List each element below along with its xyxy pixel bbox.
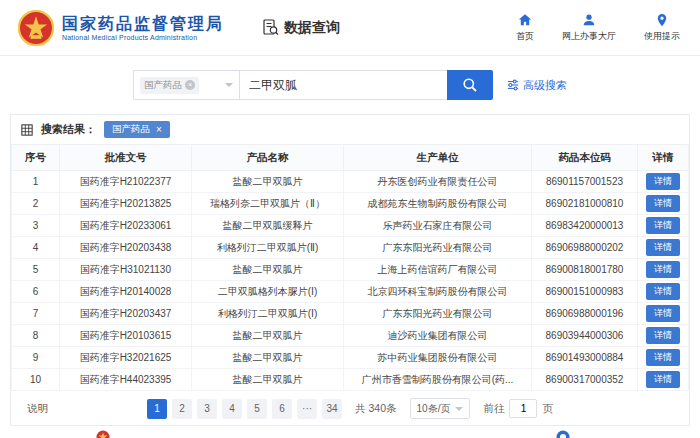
page-button-6[interactable]: 6	[272, 399, 292, 419]
search-bar: 国产药品 × 高级搜索	[133, 70, 567, 100]
cell-code: 86902181000810	[532, 193, 638, 215]
cell-product: 利格列汀二甲双胍片(Ⅰ)	[192, 303, 344, 325]
cell-index: 2	[12, 193, 60, 215]
category-tag-close-icon[interactable]: ×	[185, 80, 195, 90]
nav-tips[interactable]: 使用提示	[644, 13, 680, 43]
cell-index: 8	[12, 325, 60, 347]
footer-badge-partial-icon	[556, 430, 570, 438]
table-row: 6 国药准字H20140028 二甲双胍格列本脲片(Ⅰ) 北京四环科宝制药股份有…	[12, 281, 689, 303]
page-size-select[interactable]: 10条/页	[410, 398, 471, 419]
category-tag[interactable]: 国产药品 ×	[140, 77, 199, 94]
data-query-icon	[262, 19, 279, 36]
national-emblem-icon	[18, 10, 54, 46]
search-section: 国产药品 × 高级搜索	[0, 56, 700, 114]
cell-approval: 国药准字H20203438	[60, 237, 192, 259]
search-icon	[462, 77, 478, 93]
search-input[interactable]	[239, 70, 447, 100]
site-header: 国家药品监督管理局 National Medical Products Admi…	[0, 0, 700, 56]
results-section: 搜索结果： 国产药品 × 序号 批准文号 产品名称 生产单位 药品本位码 详情 …	[10, 114, 690, 426]
cell-code: 86906988000202	[532, 237, 638, 259]
detail-button[interactable]: 详情	[646, 261, 680, 278]
cell-product: 盐酸二甲双胍片	[192, 259, 344, 281]
app-title: 数据查询	[262, 19, 340, 37]
cell-approval: 国药准字H32021625	[60, 347, 192, 369]
nav-service-hall[interactable]: 网上办事大厅	[562, 13, 616, 43]
detail-button[interactable]: 详情	[646, 173, 680, 190]
page-button-2[interactable]: 2	[172, 399, 192, 419]
cell-product: 盐酸二甲双胍片	[192, 369, 344, 391]
note-link[interactable]: 说明	[27, 402, 48, 416]
pin-icon	[655, 13, 669, 27]
cell-index: 7	[12, 303, 60, 325]
cell-code: 86900151000983	[532, 281, 638, 303]
page-ellipsis-button[interactable]: ···	[297, 399, 317, 419]
cell-manufacturer: 乐声药业石家庄有限公司	[344, 215, 532, 237]
footer-emblem-partial-icon	[96, 430, 110, 438]
table-row: 10 国药准字H44023395 盐酸二甲双胍片 广州市香雪制药股份有限公司(药…	[12, 369, 689, 391]
cell-code: 86901157001523	[532, 171, 638, 193]
cell-manufacturer: 丹东医创药业有限责任公司	[344, 171, 532, 193]
detail-button[interactable]: 详情	[646, 217, 680, 234]
page-button-1[interactable]: 1	[147, 399, 167, 419]
goto-suffix-label: 页	[542, 402, 553, 416]
cell-index: 4	[12, 237, 60, 259]
table-row: 5 国药准字H31021130 盐酸二甲双胍片 上海上药信谊药厂有限公司 869…	[12, 259, 689, 281]
cell-manufacturer: 广东东阳光药业有限公司	[344, 303, 532, 325]
filter-tag[interactable]: 国产药品 ×	[104, 121, 170, 138]
pager: 1 2 3 4 5 6 ··· 34 共 340条 10条/页 前往 页	[147, 398, 553, 419]
cell-code: 86900818001780	[532, 259, 638, 281]
cell-code: 86901493000884	[532, 347, 638, 369]
top-nav: 首页 网上办事大厅 使用提示	[516, 13, 680, 43]
filter-tag-label: 国产药品	[112, 123, 150, 136]
detail-button[interactable]: 详情	[646, 283, 680, 300]
col-manufacturer: 生产单位	[344, 145, 532, 171]
filter-tag-close-icon[interactable]: ×	[156, 124, 162, 135]
cell-product: 盐酸二甲双胍片	[192, 347, 344, 369]
cell-product: 瑞格列奈二甲双胍片（Ⅱ）	[192, 193, 344, 215]
cell-approval: 国药准字H20213825	[60, 193, 192, 215]
page-size-value: 10条/页	[417, 402, 451, 416]
page-button-5[interactable]: 5	[247, 399, 267, 419]
app-title-label: 数据查询	[284, 19, 340, 37]
detail-button[interactable]: 详情	[646, 327, 680, 344]
advanced-search-link[interactable]: 高级搜索	[507, 78, 567, 93]
nav-home[interactable]: 首页	[516, 13, 534, 43]
table-row: 8 国药准字H20103615 盐酸二甲双胍片 迪沙药业集团有限公司 86903…	[12, 325, 689, 347]
cell-approval: 国药准字H20203437	[60, 303, 192, 325]
detail-button[interactable]: 详情	[646, 349, 680, 366]
cell-manufacturer: 迪沙药业集团有限公司	[344, 325, 532, 347]
cell-approval: 国药准字H31021130	[60, 259, 192, 281]
page-button-34[interactable]: 34	[322, 399, 342, 419]
brand-logo[interactable]: 国家药品监督管理局 National Medical Products Admi…	[18, 10, 224, 46]
cell-manufacturer: 上海上药信谊药厂有限公司	[344, 259, 532, 281]
page-button-4[interactable]: 4	[222, 399, 242, 419]
home-icon	[518, 13, 532, 27]
detail-button[interactable]: 详情	[646, 239, 680, 256]
cell-manufacturer: 苏中药业集团股份有限公司	[344, 347, 532, 369]
filter-sliders-icon	[507, 79, 519, 91]
cell-code: 86903944000306	[532, 325, 638, 347]
detail-button[interactable]: 详情	[646, 371, 680, 388]
results-label: 搜索结果：	[41, 122, 96, 137]
table-row: 1 国药准字H21022377 盐酸二甲双胍片 丹东医创药业有限责任公司 869…	[12, 171, 689, 193]
detail-button[interactable]: 详情	[646, 305, 680, 322]
col-approval: 批准文号	[60, 145, 192, 171]
cell-approval: 国药准字H20103615	[60, 325, 192, 347]
goto-page-input[interactable]	[509, 399, 537, 418]
col-detail: 详情	[638, 145, 689, 171]
cell-index: 3	[12, 215, 60, 237]
cell-index: 1	[12, 171, 60, 193]
cell-manufacturer: 广州市香雪制药股份有限公司(药...	[344, 369, 532, 391]
cell-product: 盐酸二甲双胍片	[192, 171, 344, 193]
search-button[interactable]	[447, 70, 493, 100]
page-button-3[interactable]: 3	[197, 399, 217, 419]
category-select[interactable]: 国产药品 ×	[133, 70, 239, 100]
total-count-label: 共 340条	[355, 402, 396, 416]
cell-manufacturer: 广东东阳光药业有限公司	[344, 237, 532, 259]
category-tag-label: 国产药品	[144, 79, 182, 92]
cell-approval: 国药准字H20233061	[60, 215, 192, 237]
nav-tips-label: 使用提示	[644, 30, 680, 43]
col-code: 药品本位码	[532, 145, 638, 171]
detail-button[interactable]: 详情	[646, 195, 680, 212]
site-title: 国家药品监督管理局	[62, 14, 224, 34]
